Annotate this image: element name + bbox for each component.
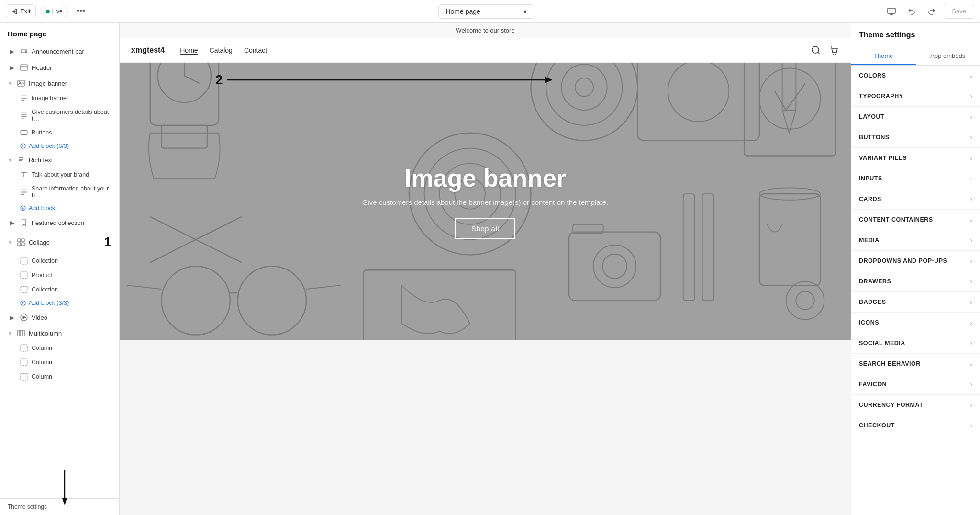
- settings-row-social-media[interactable]: SOCIAL MEDIA ›: [851, 333, 980, 354]
- undo-button[interactable]: [903, 3, 920, 20]
- banner-subtitle: Give customers details about the banner …: [362, 198, 608, 206]
- settings-label-dropdowns-popups: DROPDOWNS AND POP-UPS: [859, 258, 970, 264]
- svg-point-53: [602, 254, 627, 279]
- settings-label-inputs: INPUTS: [859, 175, 970, 182]
- svg-point-64: [796, 291, 814, 310]
- sidebar-child-collection-2[interactable]: Collection: [0, 282, 119, 297]
- columns-icon: [17, 329, 25, 337]
- layout-icon: [20, 64, 28, 71]
- sidebar-item-featured-collection[interactable]: ▶ Featured collection: [0, 214, 119, 231]
- sidebar-child-share-info[interactable]: Share information about your b…: [0, 182, 119, 202]
- square-icon: [20, 129, 28, 136]
- nav-link-home[interactable]: Home: [180, 46, 198, 55]
- settings-row-icons[interactable]: ICONS ›: [851, 313, 980, 333]
- settings-row-cards[interactable]: CARDS ›: [851, 189, 980, 210]
- page-selector[interactable]: Home page ▾: [438, 4, 534, 19]
- tab-theme[interactable]: Theme: [851, 47, 916, 65]
- sidebar-child-column-3[interactable]: Column: [0, 369, 119, 384]
- settings-row-badges[interactable]: BADGES ›: [851, 292, 980, 313]
- settings-label-badges: BADGES: [859, 299, 970, 305]
- cart-icon[interactable]: [829, 45, 839, 56]
- sidebar-child-collection-1[interactable]: Collection: [0, 254, 119, 268]
- svg-rect-10: [22, 239, 24, 242]
- settings-row-content-containers[interactable]: CONTENT CONTAINERS ›: [851, 210, 980, 230]
- crop-icon-col1: [20, 344, 28, 352]
- nav-link-contact[interactable]: Contact: [244, 46, 267, 55]
- settings-row-drawers[interactable]: DRAWERS ›: [851, 271, 980, 292]
- svg-point-37: [561, 65, 607, 111]
- sidebar-child-column-2[interactable]: Column: [0, 355, 119, 369]
- svg-point-38: [575, 78, 593, 96]
- play-icon: [20, 313, 28, 321]
- save-button[interactable]: Save: [944, 4, 974, 19]
- svg-point-28: [835, 54, 836, 55]
- settings-row-search-behavior[interactable]: SEARCH BEHAVIOR ›: [851, 354, 980, 374]
- chevron-right-dropdowns-popups: ›: [970, 257, 972, 265]
- sidebar-item-multicolumn[interactable]: ▼ Multicolumn: [0, 325, 119, 341]
- sidebar-item-header[interactable]: ▶ Header: [0, 59, 119, 76]
- svg-rect-15: [21, 286, 27, 293]
- desktop-icon-button[interactable]: [883, 3, 900, 20]
- megaphone-icon: [20, 47, 28, 55]
- settings-row-favicon[interactable]: FAVICON ›: [851, 374, 980, 395]
- live-badge: Live: [41, 6, 68, 17]
- settings-row-buttons[interactable]: BUTTONS ›: [851, 127, 980, 148]
- sidebar-child-buttons[interactable]: Buttons: [0, 125, 119, 140]
- collage-label: Collage: [29, 239, 50, 246]
- settings-label-favicon: FAVICON: [859, 381, 970, 388]
- sidebar-child-column-1[interactable]: Column: [0, 341, 119, 355]
- chevron-right-badges: ›: [970, 298, 972, 306]
- sidebar-footer: Theme settings: [0, 498, 119, 515]
- nav-link-catalog[interactable]: Catalog: [210, 46, 233, 55]
- settings-row-checkout[interactable]: CHECKOUT ›: [851, 415, 980, 436]
- add-block-1[interactable]: Add block (3/3): [0, 140, 119, 152]
- add-block-2[interactable]: Add block: [0, 202, 119, 214]
- sidebar-item-rich-text[interactable]: ▼ Rich text: [0, 152, 119, 168]
- sidebar-child-product[interactable]: Product: [0, 268, 119, 282]
- settings-row-typography[interactable]: TYPOGRAPHY ›: [851, 86, 980, 107]
- tab-app-embeds[interactable]: App embeds: [916, 47, 980, 65]
- settings-row-media[interactable]: MEDIA ›: [851, 230, 980, 251]
- chevron-right-content-containers: ›: [970, 216, 972, 224]
- image-banner-group-label: Image banner: [29, 80, 67, 87]
- exit-button[interactable]: Exit: [6, 4, 36, 18]
- search-icon[interactable]: [811, 45, 821, 56]
- add-block-2-label: Add block: [29, 205, 55, 212]
- store-nav: xmgtest4 Home Catalog Contact: [120, 38, 851, 63]
- video-label: Video: [32, 314, 47, 321]
- grid-icon: [17, 238, 25, 246]
- sidebar-item-collage[interactable]: ▼ Collage 1: [0, 231, 119, 254]
- sidebar-child-talk-brand[interactable]: Talk about your brand: [0, 168, 119, 182]
- svg-rect-12: [22, 243, 24, 246]
- svg-rect-13: [21, 258, 27, 264]
- settings-row-inputs[interactable]: INPUTS ›: [851, 168, 980, 189]
- settings-row-currency-format[interactable]: CURRENCY FORMAT ›: [851, 395, 980, 415]
- svg-rect-9: [18, 239, 21, 242]
- more-button[interactable]: •••: [73, 4, 89, 18]
- settings-row-layout[interactable]: LAYOUT ›: [851, 107, 980, 127]
- sidebar-child-give-customers[interactable]: Give customers details about t…: [0, 105, 119, 125]
- annotation-label-2: 2: [215, 72, 223, 88]
- sidebar-child-image-banner[interactable]: Image banner: [0, 91, 119, 105]
- preview-scroll[interactable]: Welcome to our store xmgtest4 Home Catal…: [120, 23, 851, 515]
- settings-row-dropdowns-popups[interactable]: DROPDOWNS AND POP-UPS ›: [851, 251, 980, 271]
- settings-row-colors[interactable]: COLORS ›: [851, 66, 980, 86]
- add-block-3[interactable]: Add block (3/3): [0, 297, 119, 309]
- lines-icon: [20, 112, 28, 119]
- settings-label-typography: TYPOGRAPHY: [859, 93, 970, 100]
- settings-row-variant-pills[interactable]: VARIANT PILLS ›: [851, 148, 980, 168]
- sidebar-item-image-banner-group[interactable]: ▼ Image banner: [0, 76, 119, 91]
- redo-button[interactable]: [924, 3, 940, 20]
- chevron-right-social-media: ›: [970, 339, 972, 347]
- image-banner-child-label: Image banner: [32, 95, 68, 101]
- chevron-down-collage: ▼: [8, 240, 12, 245]
- store-bar-text: Welcome to our store: [456, 27, 514, 34]
- main-layout: Home page ▶ Announcement bar ▶ Header ▼ …: [0, 23, 980, 515]
- sidebar-item-video[interactable]: ▶ Video: [0, 309, 119, 325]
- sidebar-item-announcement-bar[interactable]: ▶ Announcement bar: [0, 43, 119, 59]
- add-icon-3: [20, 300, 26, 306]
- crop-icon-col2: [20, 358, 28, 366]
- shop-all-button[interactable]: Shop all: [455, 218, 515, 239]
- undo-icon: [907, 7, 916, 16]
- banner-content: Image banner Give customers details abou…: [343, 164, 627, 239]
